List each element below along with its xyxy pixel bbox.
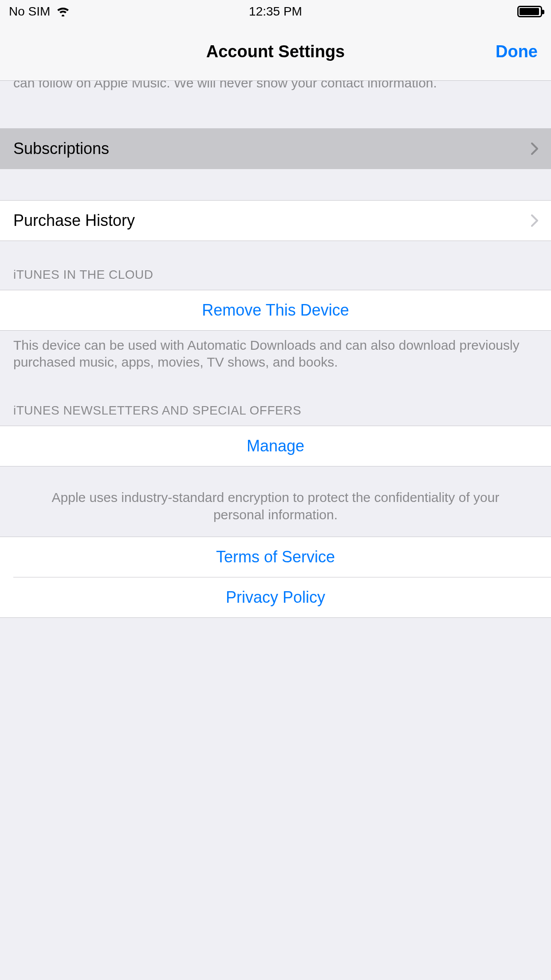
- carrier-text: No SIM: [9, 4, 50, 19]
- itunes-cloud-header: iTUNES IN THE CLOUD: [0, 241, 551, 290]
- status-bar: No SIM 12:35 PM: [0, 0, 551, 23]
- chevron-right-icon: [531, 142, 539, 155]
- status-left: No SIM: [9, 4, 70, 19]
- content-scroll[interactable]: People who have your phone number or ema…: [0, 81, 551, 980]
- wifi-icon: [56, 7, 70, 16]
- purchase-history-label: Purchase History: [13, 211, 135, 230]
- manage-newsletters-button[interactable]: Manage: [0, 426, 551, 466]
- purchase-history-row[interactable]: Purchase History: [0, 200, 551, 241]
- terms-of-service-label: Terms of Service: [216, 548, 335, 566]
- status-time: 12:35 PM: [249, 4, 302, 19]
- itunes-cloud-footer: This device can be used with Automatic D…: [0, 331, 551, 377]
- subscriptions-row[interactable]: Subscriptions: [0, 128, 551, 169]
- nav-bar: Account Settings Done: [0, 23, 551, 81]
- page-title: Account Settings: [206, 42, 345, 61]
- remove-this-device-button[interactable]: Remove This Device: [0, 290, 551, 331]
- done-button[interactable]: Done: [496, 42, 538, 61]
- chevron-right-icon: [531, 214, 539, 227]
- subscriptions-label: Subscriptions: [13, 139, 109, 158]
- battery-icon: [517, 6, 542, 17]
- terms-of-service-link[interactable]: Terms of Service: [0, 537, 551, 577]
- apple-music-contact-footer: People who have your phone number or ema…: [0, 81, 551, 98]
- manage-label: Manage: [247, 437, 304, 455]
- status-right: [517, 6, 542, 17]
- privacy-policy-label: Privacy Policy: [226, 588, 325, 607]
- battery-level: [520, 8, 539, 15]
- legal-links-group: Terms of Service Privacy Policy: [0, 537, 551, 618]
- encryption-note: Apple uses industry-standard encryption …: [0, 466, 551, 537]
- newsletters-header: iTUNES NEWSLETTERS AND SPECIAL OFFERS: [0, 377, 551, 426]
- privacy-policy-link[interactable]: Privacy Policy: [0, 577, 551, 617]
- remove-this-device-label: Remove This Device: [202, 301, 349, 320]
